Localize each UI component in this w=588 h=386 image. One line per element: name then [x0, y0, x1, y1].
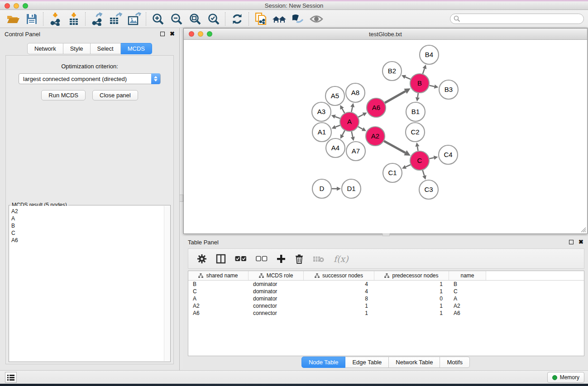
- graph-edge-B-B1[interactable]: [418, 93, 418, 98]
- column-header-MCDS-role[interactable]: MCDS role: [249, 271, 304, 280]
- graph-edge-A-A6[interactable]: [358, 114, 363, 117]
- network-close-button[interactable]: [189, 31, 194, 37]
- save-session-button[interactable]: [22, 11, 41, 27]
- graph-node-D[interactable]: D: [312, 179, 331, 198]
- network-canvas[interactable]: AA1A2A3A4A5A6A7A8BB1B2B3B4CC1C2C3C4DD1: [184, 40, 587, 233]
- column-header-predecessor-nodes[interactable]: predecessor nodes: [374, 271, 449, 280]
- deselect-all-button[interactable]: [256, 256, 268, 262]
- table-cell[interactable]: 1: [304, 310, 374, 316]
- table-row-C[interactable]: Cdominator41C: [188, 288, 584, 295]
- close-table-panel-icon[interactable]: ✖: [578, 240, 583, 244]
- function-builder-button[interactable]: f(x): [334, 254, 349, 264]
- table-cell[interactable]: dominator: [249, 281, 304, 287]
- table-row-A6[interactable]: A6connector11A6: [188, 310, 584, 317]
- vertical-splitter-handle[interactable]: [179, 195, 183, 202]
- graph-node-A7[interactable]: A7: [346, 142, 365, 161]
- graph-edge-A-A7[interactable]: [352, 132, 353, 137]
- table-cell[interactable]: A: [449, 295, 486, 302]
- graph-edge-A6-B[interactable]: [385, 91, 405, 103]
- table-cell[interactable]: 4: [304, 281, 374, 287]
- table-cell[interactable]: 8: [304, 295, 374, 302]
- result-scrollbar[interactable]: [164, 206, 170, 361]
- column-header-name[interactable]: name: [449, 271, 486, 280]
- table-row-A2[interactable]: A2connector11A2: [188, 302, 584, 310]
- table-cell[interactable]: A2: [449, 303, 486, 309]
- tab-select[interactable]: Select: [91, 43, 121, 54]
- run-mcds-button[interactable]: Run MCDS: [41, 90, 86, 100]
- memory-button[interactable]: Memory: [547, 372, 584, 383]
- table-row-A[interactable]: Adominator80A: [188, 295, 584, 302]
- zoom-in-button[interactable]: [148, 11, 167, 27]
- zoom-window-button[interactable]: [23, 3, 28, 9]
- graph-node-A1[interactable]: A1: [312, 123, 331, 142]
- graph-edge-B-B4[interactable]: [423, 68, 425, 74]
- zoom-selected-button[interactable]: [204, 11, 223, 27]
- export-table-button[interactable]: [106, 11, 125, 27]
- table-cell[interactable]: A6: [449, 310, 486, 316]
- close-panel-button[interactable]: Close panel: [92, 90, 138, 100]
- table-cell[interactable]: C: [188, 288, 249, 295]
- table-cell[interactable]: dominator: [249, 288, 304, 295]
- optimization-criterion-select[interactable]: largest connected component (directed): [19, 73, 161, 84]
- clone-network-button[interactable]: [251, 11, 270, 27]
- graph-edge-C-C2[interactable]: [417, 147, 418, 151]
- delete-column-button[interactable]: [295, 254, 304, 264]
- table-cell[interactable]: A6: [188, 310, 249, 316]
- graph-node-C4[interactable]: C4: [439, 145, 458, 164]
- table-cell[interactable]: 0: [374, 295, 449, 302]
- table-cell[interactable]: C: [449, 288, 486, 295]
- import-network-button[interactable]: [46, 11, 64, 27]
- table-tab-node-table[interactable]: Node Table: [301, 357, 346, 368]
- graph-edge-A-A3[interactable]: [335, 117, 340, 119]
- tab-network[interactable]: Network: [27, 43, 63, 54]
- minimize-window-button[interactable]: [14, 3, 19, 9]
- close-panel-icon[interactable]: ✖: [170, 32, 175, 36]
- table-cell[interactable]: B: [449, 281, 486, 287]
- tab-style[interactable]: Style: [63, 43, 91, 54]
- column-header-shared-name[interactable]: shared name: [188, 271, 249, 280]
- graph-edge-A-A8[interactable]: [351, 107, 352, 112]
- birdseye-home-button[interactable]: [270, 11, 288, 27]
- table-cell[interactable]: 1: [374, 303, 449, 309]
- graph-node-C[interactable]: C: [410, 151, 429, 170]
- graph-node-A6[interactable]: A6: [367, 98, 386, 117]
- table-cell[interactable]: dominator: [249, 295, 304, 302]
- open-session-button[interactable]: [4, 11, 22, 27]
- graph-edge-A-A4[interactable]: [342, 130, 345, 135]
- graph-node-A5[interactable]: A5: [325, 86, 344, 105]
- export-image-button[interactable]: [125, 11, 143, 27]
- column-header-successor-nodes[interactable]: successor nodes: [304, 271, 374, 280]
- table-cell[interactable]: 1: [374, 310, 449, 316]
- task-history-button[interactable]: [5, 372, 17, 383]
- toolbar-search[interactable]: [450, 14, 584, 24]
- zoom-fit-button[interactable]: [186, 11, 204, 27]
- table-tab-edge-table[interactable]: Edge Table: [345, 357, 389, 368]
- graph-node-B3[interactable]: B3: [439, 80, 458, 99]
- table-cell[interactable]: connector: [249, 310, 304, 316]
- graph-node-A3[interactable]: A3: [312, 102, 331, 121]
- table-tab-network-table[interactable]: Network Table: [389, 357, 440, 368]
- graph-edge-A2-C[interactable]: [384, 141, 405, 153]
- table-tab-motifs[interactable]: Motifs: [440, 357, 470, 368]
- result-item[interactable]: B: [11, 222, 164, 229]
- result-item[interactable]: A6: [11, 237, 164, 244]
- graph-node-C2[interactable]: C2: [406, 123, 425, 142]
- graph-node-A2[interactable]: A2: [366, 127, 385, 146]
- graph-node-A[interactable]: A: [340, 112, 359, 131]
- network-minimize-button[interactable]: [198, 31, 203, 37]
- graph-edge-C-C4[interactable]: [430, 157, 434, 158]
- add-column-button[interactable]: [277, 254, 286, 263]
- graph-node-C3[interactable]: C3: [419, 180, 438, 199]
- zoom-out-button[interactable]: [167, 11, 186, 27]
- graph-node-B4[interactable]: B4: [420, 45, 439, 64]
- float-panel-icon[interactable]: [160, 32, 165, 36]
- float-table-panel-icon[interactable]: [569, 240, 574, 244]
- table-cell[interactable]: 4: [304, 288, 374, 295]
- refresh-layout-button[interactable]: [228, 11, 246, 27]
- graph-node-D1[interactable]: D1: [342, 179, 361, 198]
- delete-table-button[interactable]: [313, 255, 325, 262]
- graph-edge-A-A5[interactable]: [342, 109, 345, 113]
- export-network-button[interactable]: [88, 11, 106, 27]
- graph-node-C1[interactable]: C1: [383, 163, 402, 182]
- table-cell[interactable]: A2: [188, 303, 249, 309]
